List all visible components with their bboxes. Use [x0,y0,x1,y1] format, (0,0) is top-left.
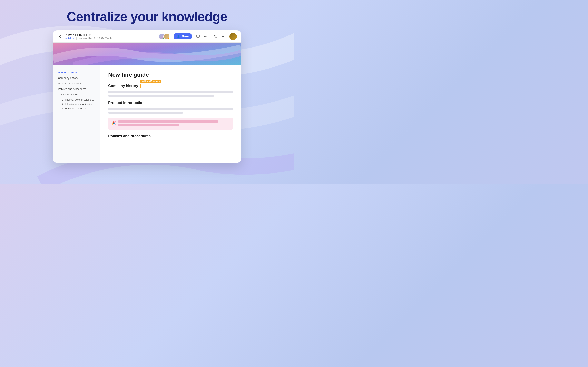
highlight-lines [118,120,229,127]
collaborator-avatars [158,33,170,40]
section-heading: Policies and procedures [108,134,151,138]
last-modified-text: Last modified: 11:28 AM Mar 14 [78,37,112,40]
section-title-company-history: Company history William Edwards [108,84,233,88]
text-line-3 [108,108,233,110]
text-line-2 [108,95,214,97]
toolbar-icons: ··· [195,33,237,40]
top-bar: New hire guide ☆ ⊞ Add to | Last modifie… [53,30,241,43]
user-avatar[interactable] [229,33,237,40]
more-options-icon[interactable]: ··· [202,33,209,40]
doc-meta: ⊞ Add to | Last modified: 11:28 AM Mar 1… [65,37,156,40]
text-line-4 [108,111,183,114]
sidebar-subitem-3[interactable]: 3. Handling customer... [61,106,96,111]
sidebar: New hire guide Company history Product i… [53,65,100,163]
main-content: New hire guide Company history Product i… [53,65,241,163]
add-icon[interactable] [219,33,226,40]
highlight-line-2 [118,124,179,126]
more-dots: ··· [204,35,207,38]
svg-rect-0 [197,35,199,37]
app-window: New hire guide ☆ ⊞ Add to | Last modifie… [53,30,241,163]
page-title-section: Centralize your knowledge [0,0,294,24]
sidebar-subitems: 1. Importance of providing... 2. Effecti… [56,98,96,111]
share-label: Share [181,35,189,38]
main-heading: Centralize your knowledge [0,9,294,24]
add-to-button[interactable]: ⊞ Add to [65,37,75,40]
sidebar-item-company-history[interactable]: Company history [56,75,96,81]
sidebar-item-label: Product introduction [58,82,82,85]
avatar-2-status [168,38,169,39]
presentation-icon[interactable] [195,33,201,40]
doc-title-row: New hire guide ☆ [65,33,156,36]
add-to-label: Add to [68,37,75,40]
document-header-image [53,43,241,65]
sidebar-item-product-introduction[interactable]: Product introduction [56,81,96,86]
sidebar-item-label: Policies and procedures [58,87,86,91]
document-title: New hire guide [65,33,87,36]
collaborator-tag: William Edwards [140,80,161,83]
back-button[interactable] [57,34,63,39]
sidebar-subitem-1[interactable]: 1. Importance of providing... [61,98,96,102]
sidebar-subitem-2[interactable]: 2. Effective communication... [61,102,96,106]
sidebar-item-customer-service[interactable]: Customer Service [56,92,96,97]
section-company-history: Company history William Edwards [108,84,233,97]
product-intro-text [108,108,233,114]
sidebar-item-new-hire-guide[interactable]: New hire guide [56,70,96,75]
highlight-line-1 [118,120,218,123]
section-title-policies: Policies and procedures [108,134,233,138]
share-icon: 👤 [177,35,180,38]
toolbar-divider-2 [228,34,228,39]
star-icon[interactable]: ☆ [88,33,91,36]
toolbar-divider [210,34,210,39]
section-policies: Policies and procedures [108,134,233,138]
section-product-introduction: Product introduction 🎉 [108,101,233,130]
cursor [140,84,141,88]
section-heading: Product introduction [108,101,145,105]
document-content: New hire guide Company history William E… [100,65,241,163]
sidebar-item-label: Customer Service [58,93,79,96]
highlight-block: 🎉 [108,118,233,130]
document-main-title: New hire guide [108,72,233,78]
collaborator-indicator: William Edwards [140,84,141,88]
svg-point-1 [214,35,216,37]
sidebar-item-policies[interactable]: Policies and procedures [56,86,96,92]
avatar-2[interactable] [163,33,170,40]
folder-icon: ⊞ [65,37,67,40]
sidebar-item-label: New hire guide [58,71,77,74]
text-line-1 [108,91,233,93]
share-button[interactable]: 👤 Share [174,33,191,39]
section-heading: Company history [108,84,138,88]
sidebar-item-label: Company history [58,76,78,80]
highlight-emoji: 🎉 [112,120,116,125]
company-history-text [108,91,233,97]
section-title-product-introduction: Product introduction [108,101,233,105]
search-icon[interactable] [212,33,219,40]
doc-title-area: New hire guide ☆ ⊞ Add to | Last modifie… [65,33,156,40]
separator: | [76,37,77,40]
